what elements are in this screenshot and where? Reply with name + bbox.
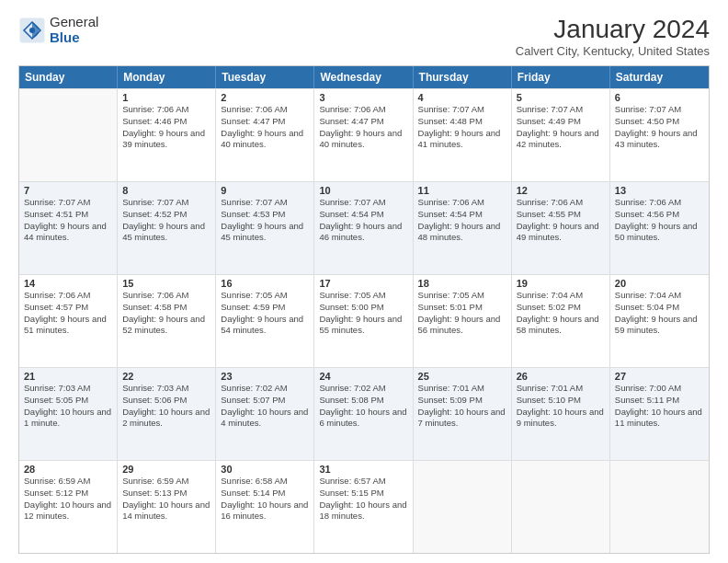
day-number: 11 bbox=[418, 185, 506, 196]
day-number: 14 bbox=[24, 278, 112, 289]
calendar-row-4: 21Sunrise: 7:03 AMSunset: 5:05 PMDayligh… bbox=[19, 367, 709, 460]
calendar-cell: 10Sunrise: 7:07 AMSunset: 4:54 PMDayligh… bbox=[314, 182, 413, 274]
calendar-cell: 4Sunrise: 7:07 AMSunset: 4:48 PMDaylight… bbox=[414, 89, 512, 181]
calendar-body: 1Sunrise: 7:06 AMSunset: 4:46 PMDaylight… bbox=[19, 88, 709, 553]
day-info: Sunrise: 7:07 AMSunset: 4:54 PMDaylight:… bbox=[319, 197, 407, 244]
calendar-cell: 20Sunrise: 7:04 AMSunset: 5:04 PMDayligh… bbox=[610, 275, 709, 367]
day-info: Sunrise: 6:59 AMSunset: 5:13 PMDaylight:… bbox=[122, 476, 210, 523]
day-number: 19 bbox=[517, 278, 605, 289]
day-number: 15 bbox=[122, 278, 210, 289]
day-info: Sunrise: 6:57 AMSunset: 5:15 PMDaylight:… bbox=[319, 476, 407, 523]
day-info: Sunrise: 7:07 AMSunset: 4:49 PMDaylight:… bbox=[517, 104, 605, 151]
header-day-thursday: Thursday bbox=[414, 66, 512, 88]
day-info: Sunrise: 7:05 AMSunset: 4:59 PMDaylight:… bbox=[221, 290, 309, 337]
calendar: SundayMondayTuesdayWednesdayThursdayFrid… bbox=[18, 65, 710, 554]
day-number: 1 bbox=[122, 92, 210, 103]
calendar-cell: 8Sunrise: 7:07 AMSunset: 4:52 PMDaylight… bbox=[118, 182, 216, 274]
day-number: 20 bbox=[615, 278, 704, 289]
calendar-cell bbox=[414, 461, 512, 553]
day-info: Sunrise: 6:59 AMSunset: 5:12 PMDaylight:… bbox=[24, 476, 112, 523]
day-number: 31 bbox=[319, 464, 407, 475]
calendar-cell: 14Sunrise: 7:06 AMSunset: 4:57 PMDayligh… bbox=[19, 275, 118, 367]
calendar-cell bbox=[19, 89, 118, 181]
calendar-cell: 22Sunrise: 7:03 AMSunset: 5:06 PMDayligh… bbox=[118, 368, 216, 460]
calendar-cell: 31Sunrise: 6:57 AMSunset: 5:15 PMDayligh… bbox=[314, 461, 413, 553]
day-info: Sunrise: 7:01 AMSunset: 5:09 PMDaylight:… bbox=[418, 383, 506, 430]
day-number: 4 bbox=[418, 92, 506, 103]
day-number: 18 bbox=[418, 278, 506, 289]
calendar-cell: 23Sunrise: 7:02 AMSunset: 5:07 PMDayligh… bbox=[216, 368, 314, 460]
calendar-cell: 16Sunrise: 7:05 AMSunset: 4:59 PMDayligh… bbox=[216, 275, 314, 367]
day-info: Sunrise: 7:05 AMSunset: 5:00 PMDaylight:… bbox=[319, 290, 407, 337]
calendar-cell: 21Sunrise: 7:03 AMSunset: 5:05 PMDayligh… bbox=[19, 368, 118, 460]
title-block: January 2024 Calvert City, Kentucky, Uni… bbox=[516, 15, 710, 58]
day-info: Sunrise: 7:03 AMSunset: 5:05 PMDaylight:… bbox=[24, 383, 112, 430]
day-number: 7 bbox=[24, 185, 112, 196]
day-number: 9 bbox=[221, 185, 309, 196]
day-number: 10 bbox=[319, 185, 407, 196]
day-info: Sunrise: 7:07 AMSunset: 4:52 PMDaylight:… bbox=[122, 197, 210, 244]
calendar-cell: 24Sunrise: 7:02 AMSunset: 5:08 PMDayligh… bbox=[314, 368, 413, 460]
calendar-cell bbox=[512, 461, 610, 553]
calendar-cell: 29Sunrise: 6:59 AMSunset: 5:13 PMDayligh… bbox=[118, 461, 216, 553]
calendar-cell: 19Sunrise: 7:04 AMSunset: 5:02 PMDayligh… bbox=[512, 275, 610, 367]
calendar-cell: 25Sunrise: 7:01 AMSunset: 5:09 PMDayligh… bbox=[414, 368, 512, 460]
day-info: Sunrise: 7:00 AMSunset: 5:11 PMDaylight:… bbox=[615, 383, 704, 430]
calendar-row-3: 14Sunrise: 7:06 AMSunset: 4:57 PMDayligh… bbox=[19, 274, 709, 367]
page-container: General Blue January 2024 Calvert City, … bbox=[0, 0, 728, 563]
day-info: Sunrise: 7:07 AMSunset: 4:48 PMDaylight:… bbox=[418, 104, 506, 151]
day-number: 3 bbox=[319, 92, 407, 103]
day-info: Sunrise: 7:06 AMSunset: 4:46 PMDaylight:… bbox=[122, 104, 210, 151]
header-day-monday: Monday bbox=[118, 66, 216, 88]
logo-general: General bbox=[50, 15, 98, 30]
calendar-row-5: 28Sunrise: 6:59 AMSunset: 5:12 PMDayligh… bbox=[19, 460, 709, 553]
svg-point-1 bbox=[29, 28, 35, 33]
calendar-header: SundayMondayTuesdayWednesdayThursdayFrid… bbox=[19, 66, 709, 88]
logo-text: General Blue bbox=[50, 15, 98, 45]
day-info: Sunrise: 7:02 AMSunset: 5:07 PMDaylight:… bbox=[221, 383, 309, 430]
calendar-cell: 18Sunrise: 7:05 AMSunset: 5:01 PMDayligh… bbox=[414, 275, 512, 367]
day-info: Sunrise: 7:06 AMSunset: 4:57 PMDaylight:… bbox=[24, 290, 112, 337]
day-info: Sunrise: 7:07 AMSunset: 4:50 PMDaylight:… bbox=[615, 104, 704, 151]
main-title: January 2024 bbox=[516, 15, 710, 44]
calendar-cell: 5Sunrise: 7:07 AMSunset: 4:49 PMDaylight… bbox=[512, 89, 610, 181]
calendar-cell: 17Sunrise: 7:05 AMSunset: 5:00 PMDayligh… bbox=[314, 275, 413, 367]
day-number: 24 bbox=[319, 371, 407, 382]
calendar-cell: 11Sunrise: 7:06 AMSunset: 4:54 PMDayligh… bbox=[414, 182, 512, 274]
calendar-cell: 2Sunrise: 7:06 AMSunset: 4:47 PMDaylight… bbox=[216, 89, 314, 181]
calendar-cell: 15Sunrise: 7:06 AMSunset: 4:58 PMDayligh… bbox=[118, 275, 216, 367]
calendar-cell: 30Sunrise: 6:58 AMSunset: 5:14 PMDayligh… bbox=[216, 461, 314, 553]
day-number: 16 bbox=[221, 278, 309, 289]
calendar-cell: 9Sunrise: 7:07 AMSunset: 4:53 PMDaylight… bbox=[216, 182, 314, 274]
day-number: 26 bbox=[517, 371, 605, 382]
day-number: 5 bbox=[517, 92, 605, 103]
day-info: Sunrise: 7:05 AMSunset: 5:01 PMDaylight:… bbox=[418, 290, 506, 337]
day-info: Sunrise: 6:58 AMSunset: 5:14 PMDaylight:… bbox=[221, 476, 309, 523]
day-number: 23 bbox=[221, 371, 309, 382]
day-number: 2 bbox=[221, 92, 309, 103]
header: General Blue January 2024 Calvert City, … bbox=[18, 15, 710, 58]
day-number: 21 bbox=[24, 371, 112, 382]
calendar-row-2: 7Sunrise: 7:07 AMSunset: 4:51 PMDaylight… bbox=[19, 181, 709, 274]
day-number: 6 bbox=[615, 92, 704, 103]
day-info: Sunrise: 7:06 AMSunset: 4:47 PMDaylight:… bbox=[221, 104, 309, 151]
day-info: Sunrise: 7:06 AMSunset: 4:55 PMDaylight:… bbox=[517, 197, 605, 244]
day-number: 27 bbox=[615, 371, 704, 382]
day-info: Sunrise: 7:04 AMSunset: 5:02 PMDaylight:… bbox=[517, 290, 605, 337]
day-number: 22 bbox=[122, 371, 210, 382]
calendar-cell: 26Sunrise: 7:01 AMSunset: 5:10 PMDayligh… bbox=[512, 368, 610, 460]
header-day-friday: Friday bbox=[512, 66, 610, 88]
subtitle: Calvert City, Kentucky, United States bbox=[516, 44, 710, 58]
logo: General Blue bbox=[18, 15, 98, 45]
day-info: Sunrise: 7:04 AMSunset: 5:04 PMDaylight:… bbox=[615, 290, 704, 337]
calendar-cell: 6Sunrise: 7:07 AMSunset: 4:50 PMDaylight… bbox=[610, 89, 709, 181]
header-day-wednesday: Wednesday bbox=[314, 66, 413, 88]
day-info: Sunrise: 7:03 AMSunset: 5:06 PMDaylight:… bbox=[122, 383, 210, 430]
day-info: Sunrise: 7:06 AMSunset: 4:58 PMDaylight:… bbox=[122, 290, 210, 337]
day-info: Sunrise: 7:06 AMSunset: 4:47 PMDaylight:… bbox=[319, 104, 407, 151]
header-day-sunday: Sunday bbox=[19, 66, 118, 88]
header-day-tuesday: Tuesday bbox=[216, 66, 314, 88]
calendar-cell: 28Sunrise: 6:59 AMSunset: 5:12 PMDayligh… bbox=[19, 461, 118, 553]
day-number: 28 bbox=[24, 464, 112, 475]
day-number: 25 bbox=[418, 371, 506, 382]
